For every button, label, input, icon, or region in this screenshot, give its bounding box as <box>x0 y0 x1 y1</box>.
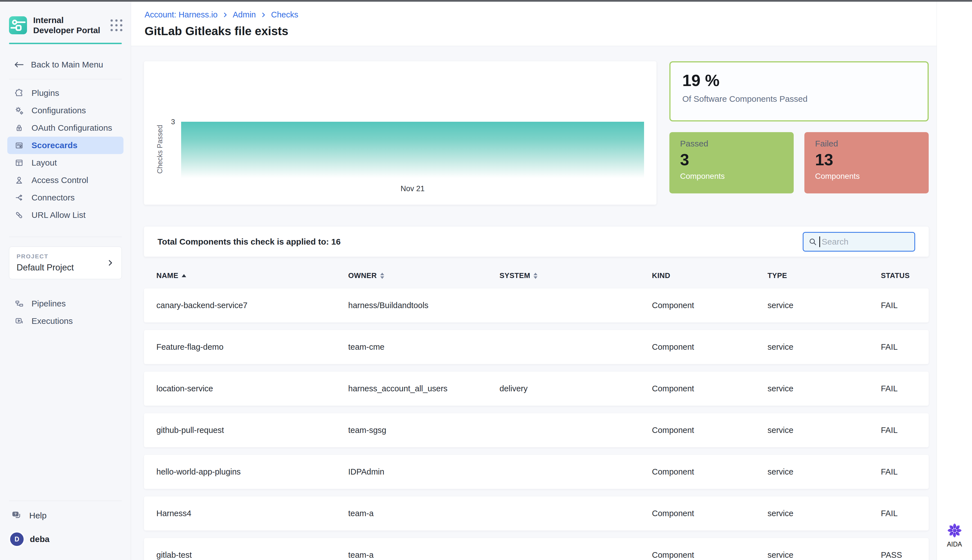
cell-owner: harness/Buildandtools <box>348 301 499 310</box>
help-button[interactable]: ? Help <box>11 510 131 521</box>
sidebar-item-configurations[interactable]: Configurations <box>7 102 124 119</box>
cell-system: delivery <box>499 384 652 393</box>
sidebar-item-layout[interactable]: Layout <box>7 154 124 172</box>
components-summary: Total Components this check is applied t… <box>157 237 341 247</box>
sidebar-item-label: Layout <box>32 158 57 168</box>
sidebar-item-label: URL Allow List <box>32 210 85 220</box>
cell-status: FAIL <box>881 384 929 393</box>
executions-icon <box>14 316 24 326</box>
passed-value: 3 <box>680 150 783 169</box>
chart-y-tick: 3 <box>171 118 175 126</box>
cell-status: PASS <box>881 550 929 560</box>
help-chat-icon: ? <box>11 510 22 521</box>
sort-icon <box>534 273 538 279</box>
cell-name: Feature-flag-demo <box>156 342 348 352</box>
back-label: Back to Main Menu <box>31 60 103 70</box>
column-header-owner[interactable]: OWNER <box>348 271 499 280</box>
brand-underline <box>9 43 122 44</box>
percent-passed-card: 19 % Of Software Components Passed <box>670 61 929 122</box>
table-row[interactable]: canary-backend-service7 harness/Buildand… <box>144 288 929 322</box>
cell-owner: team-sgsg <box>348 426 499 435</box>
cell-name: gitlab-test <box>156 550 348 560</box>
cell-owner: team-a <box>348 550 499 560</box>
column-header-system[interactable]: SYSTEM <box>499 271 652 280</box>
cell-owner: IDPAdmin <box>348 467 499 477</box>
sidebar-item-pipelines[interactable]: Pipelines <box>7 295 124 312</box>
cell-name: canary-backend-service7 <box>156 301 348 310</box>
cell-status: FAIL <box>881 426 929 435</box>
cell-status: FAIL <box>881 509 929 518</box>
project-label: PROJECT <box>17 253 106 260</box>
cell-type: service <box>768 467 881 477</box>
cell-kind: Component <box>652 342 768 352</box>
page-content: Checks Passed 3 Nov 21 19 % Of Software … <box>131 46 937 560</box>
puzzle-icon <box>14 88 24 98</box>
sidebar-item-plugins[interactable]: Plugins <box>7 84 124 102</box>
cell-status: FAIL <box>881 301 929 310</box>
sidebar-item-label: Plugins <box>32 88 59 98</box>
search-input[interactable] <box>822 237 910 247</box>
breadcrumb-account[interactable]: Account: Harness.io <box>145 10 218 19</box>
breadcrumb-admin[interactable]: Admin <box>233 10 256 19</box>
back-to-main-menu-button[interactable]: Back to Main Menu <box>13 60 131 70</box>
sort-icon <box>380 273 384 279</box>
cell-kind: Component <box>652 384 768 393</box>
sidebar-item-access-control[interactable]: Access Control <box>7 172 124 189</box>
aida-assistant-button[interactable]: AIDA <box>937 523 972 548</box>
percent-caption: Of Software Components Passed <box>682 94 916 104</box>
connectors-icon <box>14 193 24 203</box>
sidebar-item-url-allow-list[interactable]: URL Allow List <box>7 206 124 224</box>
column-header-type: TYPE <box>768 271 881 280</box>
search-box[interactable] <box>803 232 915 252</box>
project-selector[interactable]: PROJECT Default Project <box>9 247 122 279</box>
sidebar-item-label: OAuth Configurations <box>32 123 112 133</box>
divider <box>9 79 122 79</box>
column-header-kind: KIND <box>652 271 768 280</box>
pipelines-icon <box>14 298 24 309</box>
table-row[interactable]: Harness4 team-a Component service FAIL <box>144 497 929 530</box>
sidebar-item-label: Pipelines <box>32 299 66 308</box>
sidebar-item-label: Connectors <box>32 193 75 202</box>
scorecard-icon <box>14 140 24 150</box>
cell-kind: Component <box>652 550 768 560</box>
help-label: Help <box>29 511 47 520</box>
breadcrumb-checks[interactable]: Checks <box>271 10 298 19</box>
divider <box>9 501 122 501</box>
search-icon <box>808 237 818 247</box>
passed-label: Passed <box>680 139 783 148</box>
breadcrumb: Account: Harness.io Admin Checks <box>145 10 937 19</box>
passed-card: Passed 3 Components <box>670 132 794 193</box>
cell-status: FAIL <box>881 342 929 352</box>
table-row[interactable]: Feature-flag-demo team-cme Component ser… <box>144 330 929 364</box>
right-rail: AIDA <box>937 2 972 560</box>
column-header-name[interactable]: NAME <box>156 271 348 280</box>
cell-name: hello-world-app-plugins <box>156 467 348 477</box>
cell-kind: Component <box>652 426 768 435</box>
sort-ascending-icon <box>182 274 186 277</box>
page-title: GitLab Gitleaks file exists <box>145 25 937 38</box>
apps-grid-icon[interactable] <box>110 19 122 31</box>
table-row[interactable]: gitlab-test team-a Component service PAS… <box>144 538 929 560</box>
cell-type: service <box>768 426 881 435</box>
sidebar-item-connectors[interactable]: Connectors <box>7 189 124 206</box>
sidebar-item-scorecards[interactable]: Scorecards <box>7 137 124 154</box>
sidebar-item-label: Access Control <box>32 175 89 185</box>
chart-area-series <box>181 122 644 178</box>
sidebar-item-oauth-configurations[interactable]: OAuth Configurations <box>7 119 124 137</box>
main-area: Account: Harness.io Admin Checks GitLab … <box>131 2 937 560</box>
table-row[interactable]: location-service harness_account_all_use… <box>144 372 929 406</box>
cell-type: service <box>768 509 881 518</box>
avatar: D <box>10 532 23 546</box>
sidebar-item-executions[interactable]: Executions <box>7 312 124 330</box>
components-toolbar: Total Components this check is applied t… <box>144 227 929 257</box>
cell-type: service <box>768 342 881 352</box>
cell-type: service <box>768 384 881 393</box>
failed-label: Failed <box>815 139 918 148</box>
cell-owner: team-cme <box>348 342 499 352</box>
table-row[interactable]: github-pull-request team-sgsg Component … <box>144 413 929 447</box>
table-row[interactable]: hello-world-app-plugins IDPAdmin Compone… <box>144 455 929 489</box>
idp-logo <box>9 16 27 34</box>
sidebar-secondary-nav: Pipelines Executions <box>0 295 131 330</box>
user-menu[interactable]: D deba <box>10 532 131 546</box>
lock-icon <box>14 123 24 133</box>
